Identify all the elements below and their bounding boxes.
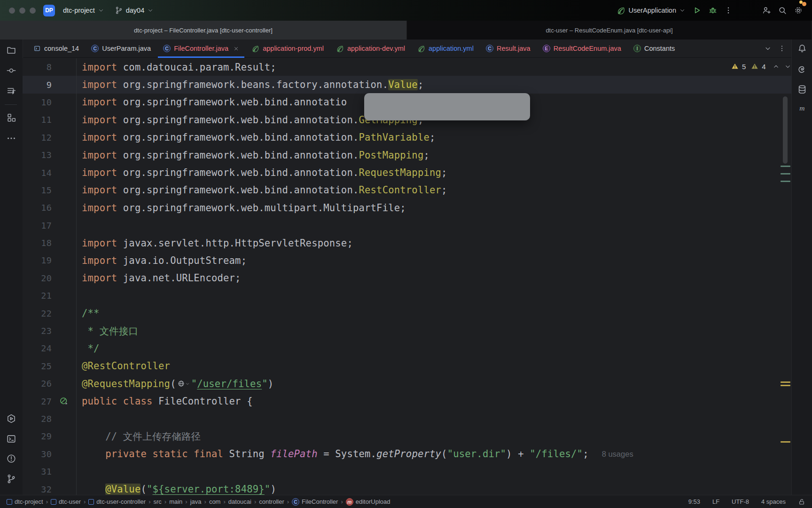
line-number[interactable]: 28 bbox=[23, 414, 52, 424]
code-text[interactable]: * 文件接口 bbox=[76, 322, 791, 340]
gutter[interactable] bbox=[52, 94, 76, 111]
gutter[interactable] bbox=[52, 111, 76, 128]
editor-tab-userparam-java[interactable]: CUserParam.java bbox=[85, 40, 157, 57]
line-number[interactable]: 15 bbox=[23, 185, 52, 195]
line-number[interactable]: 16 bbox=[23, 203, 52, 213]
settings-button[interactable] bbox=[791, 3, 805, 17]
code-with-me-button[interactable] bbox=[759, 3, 773, 17]
gutter[interactable] bbox=[52, 428, 76, 445]
code-line-25[interactable]: 25@RestController bbox=[23, 357, 791, 375]
line-number[interactable]: 10 bbox=[23, 97, 52, 107]
code-line-12[interactable]: 12import org.springframework.web.bind.an… bbox=[23, 129, 791, 146]
run-configuration-selector[interactable]: UserApplication bbox=[614, 4, 688, 17]
project-switcher[interactable]: dtc-project bbox=[59, 4, 108, 16]
editor-tab-console-14[interactable]: console_14 bbox=[27, 40, 85, 57]
editor-tab-result-java[interactable]: CResult.java bbox=[480, 40, 537, 57]
close-tab-icon[interactable] bbox=[233, 46, 239, 52]
code-text[interactable]: import com.datoucai.param.Result; bbox=[76, 58, 791, 76]
gutter[interactable] bbox=[52, 340, 76, 357]
caret-position-widget[interactable]: 9:53 bbox=[688, 498, 700, 505]
gutter[interactable] bbox=[52, 375, 76, 392]
gutter[interactable] bbox=[52, 182, 76, 199]
code-line-24[interactable]: 24 */ bbox=[23, 340, 791, 357]
code-line-17[interactable]: 17 bbox=[23, 217, 791, 234]
breadcrumb-item[interactable]: datoucai bbox=[228, 498, 251, 505]
code-line-28[interactable]: 28 bbox=[23, 410, 791, 428]
gutter[interactable] bbox=[52, 234, 76, 252]
search-everywhere-button[interactable] bbox=[775, 3, 789, 17]
editor-tab-application-prod-yml[interactable]: application-prod.yml bbox=[245, 40, 330, 57]
line-number[interactable]: 13 bbox=[23, 150, 52, 160]
tool-window-button-maven[interactable]: m bbox=[795, 101, 809, 115]
code-line-15[interactable]: 15import org.springframework.web.bind.an… bbox=[23, 182, 791, 199]
code-text[interactable] bbox=[76, 287, 791, 304]
tool-window-button-terminal[interactable] bbox=[4, 432, 18, 446]
code-text[interactable]: import java.io.OutputStream; bbox=[76, 252, 791, 269]
gutter[interactable] bbox=[52, 304, 76, 322]
gutter[interactable] bbox=[52, 322, 76, 340]
code-text[interactable] bbox=[76, 217, 791, 234]
gutter[interactable] bbox=[52, 445, 76, 463]
close-window-button[interactable] bbox=[9, 8, 15, 14]
editor-tab-resultcodeenum-java[interactable]: EResultCodeEnum.java bbox=[537, 40, 627, 57]
tool-window-button-version-control[interactable] bbox=[4, 472, 18, 486]
line-number[interactable]: 25 bbox=[23, 361, 52, 371]
code-line-21[interactable]: 21 bbox=[23, 287, 791, 304]
window-tab-active[interactable]: dtc-project – FileController.java [dtc-u… bbox=[0, 21, 407, 40]
gutter[interactable] bbox=[52, 392, 76, 410]
code-text[interactable]: import org.springframework.web.multipart… bbox=[76, 199, 791, 216]
code-line-9[interactable]: 9import org.springframework.beans.factor… bbox=[23, 76, 791, 93]
breadcrumb-item[interactable]: main bbox=[169, 498, 182, 505]
breadcrumb-item[interactable]: CFileController bbox=[292, 498, 338, 506]
breadcrumb-item[interactable]: dtc-project bbox=[7, 498, 43, 505]
tool-window-button-pull-requests[interactable] bbox=[4, 84, 18, 98]
url-mapping-widget[interactable] bbox=[177, 380, 190, 388]
vcs-branch-widget[interactable]: day04 bbox=[111, 4, 158, 17]
line-number[interactable]: 21 bbox=[23, 291, 52, 301]
next-problem-button[interactable] bbox=[784, 63, 791, 70]
gutter[interactable] bbox=[52, 252, 76, 269]
breadcrumb-item[interactable]: dtc-user-controller bbox=[88, 498, 146, 505]
code-line-8[interactable]: 8import com.datoucai.param.Result; bbox=[23, 58, 791, 76]
gutter[interactable] bbox=[52, 463, 76, 480]
line-number[interactable]: 23 bbox=[23, 326, 52, 336]
more-actions-button[interactable] bbox=[722, 4, 735, 17]
code-line-19[interactable]: 19import java.io.OutputStream; bbox=[23, 252, 791, 269]
gutter[interactable] bbox=[52, 357, 76, 375]
code-line-14[interactable]: 14import org.springframework.web.bind.an… bbox=[23, 164, 791, 181]
code-line-16[interactable]: 16import org.springframework.web.multipa… bbox=[23, 199, 791, 216]
breadcrumb-item[interactable]: dtc-user bbox=[51, 498, 81, 505]
run-button[interactable] bbox=[690, 3, 704, 17]
editor-tab-constants[interactable]: IConstants bbox=[627, 40, 681, 57]
gutter[interactable] bbox=[52, 410, 76, 428]
tool-window-button-project[interactable] bbox=[4, 43, 18, 57]
breadcrumb-item[interactable]: src bbox=[153, 498, 161, 505]
line-number[interactable]: 9 bbox=[23, 80, 52, 90]
debug-button[interactable] bbox=[706, 3, 720, 17]
tool-window-button-notifications[interactable] bbox=[795, 41, 809, 56]
code-text[interactable]: public class FileController { bbox=[76, 392, 791, 410]
code-line-13[interactable]: 13import org.springframework.web.bind.an… bbox=[23, 146, 791, 164]
line-number[interactable]: 14 bbox=[23, 168, 52, 178]
code-text[interactable]: @RestController bbox=[76, 357, 791, 375]
breadcrumb-item[interactable]: controller bbox=[259, 498, 284, 505]
code-text[interactable]: */ bbox=[76, 340, 791, 357]
code-text[interactable]: import java.net.URLEncoder; bbox=[76, 270, 791, 287]
code-line-22[interactable]: 22/** bbox=[23, 304, 791, 322]
editor-tab-filecontroller-java[interactable]: CFileController.java bbox=[157, 40, 245, 57]
line-number[interactable]: 17 bbox=[23, 221, 52, 230]
gutter[interactable] bbox=[52, 164, 76, 181]
code-line-23[interactable]: 23 * 文件接口 bbox=[23, 322, 791, 340]
code-line-29[interactable]: 29 // 文件上传存储路径 bbox=[23, 428, 791, 445]
tool-window-button-problems[interactable] bbox=[4, 452, 18, 466]
tool-window-button-services[interactable] bbox=[4, 412, 18, 426]
gutter-class-marker-icon[interactable] bbox=[59, 397, 69, 406]
line-number[interactable]: 22 bbox=[23, 309, 52, 318]
line-number[interactable]: 19 bbox=[23, 255, 52, 265]
tool-window-button-database[interactable] bbox=[795, 82, 809, 96]
code-line-31[interactable]: 31 bbox=[23, 463, 791, 480]
editor-tab-application-yml[interactable]: application.yml bbox=[411, 40, 480, 57]
usages-inlay-hint[interactable]: 8 usages bbox=[602, 450, 633, 459]
code-text[interactable]: private static final String filePath = S… bbox=[76, 445, 791, 463]
tool-window-button-ai-assistant[interactable] bbox=[795, 63, 809, 77]
